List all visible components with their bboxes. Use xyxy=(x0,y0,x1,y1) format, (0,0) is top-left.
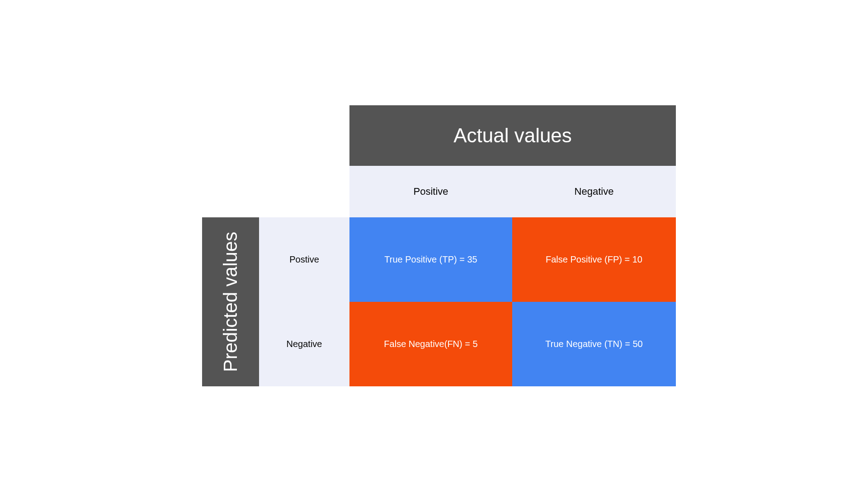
cell-true-positive: True Positive (TP) = 35 xyxy=(349,217,512,302)
predicted-negative-text: Negative xyxy=(287,339,322,349)
actual-positive-label: Positive xyxy=(349,166,512,217)
cell-false-negative: False Negative(FN) = 5 xyxy=(349,302,512,386)
predicted-negative-label: Negative xyxy=(259,302,349,386)
matrix-grid: Actual values Positive Negative Predicte… xyxy=(202,105,676,386)
cell-true-negative: True Negative (TN) = 50 xyxy=(512,302,676,386)
predicted-positive-label: Postive xyxy=(259,217,349,302)
actual-positive-text: Positive xyxy=(413,186,448,197)
actual-values-header-text: Actual values xyxy=(453,124,572,147)
cell-fn-text: False Negative(FN) = 5 xyxy=(384,339,477,349)
cell-tn-text: True Negative (TN) = 50 xyxy=(545,339,642,349)
cell-tp-text: True Positive (TP) = 35 xyxy=(384,254,477,265)
predicted-values-header: Predicted values xyxy=(202,217,259,386)
actual-values-header: Actual values xyxy=(349,105,676,166)
cell-fp-text: False Positive (FP) = 10 xyxy=(546,254,642,265)
predicted-positive-text: Postive xyxy=(289,254,319,265)
spacer xyxy=(202,105,349,217)
predicted-values-header-text: Predicted values xyxy=(220,232,241,372)
actual-negative-label: Negative xyxy=(512,166,676,217)
cell-false-positive: False Positive (FP) = 10 xyxy=(512,217,676,302)
actual-negative-text: Negative xyxy=(575,186,614,197)
confusion-matrix-diagram: Actual values Positive Negative Predicte… xyxy=(108,61,760,427)
